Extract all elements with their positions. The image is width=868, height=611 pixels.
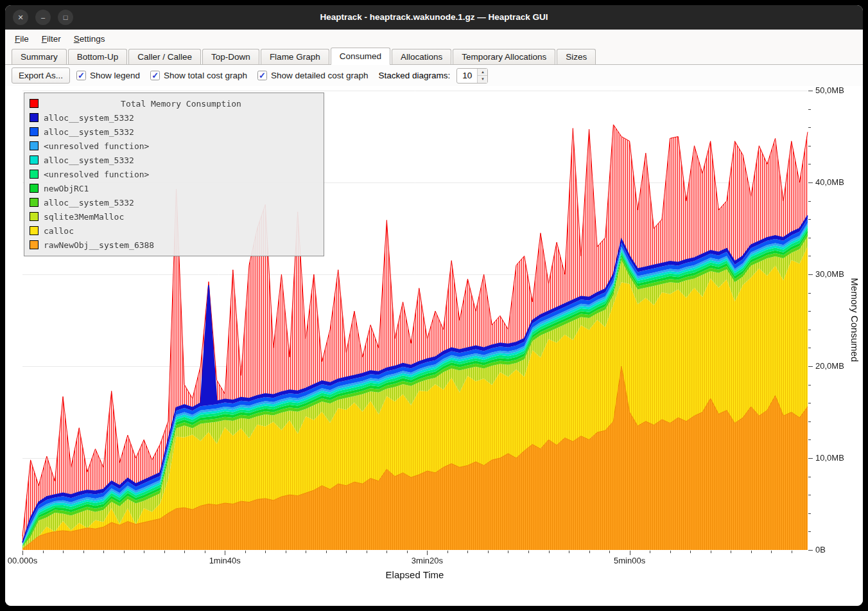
legend-label: alloc__system_5332 (44, 198, 134, 208)
checkbox-mark-icon: ✓ (257, 71, 267, 80)
x-axis-tick-label: 3min20s (412, 556, 443, 565)
toolbar-checkboxes: ✓Show legend✓Show total cost graph✓Show … (76, 71, 369, 80)
spin-buttons: ▲ ▼ (477, 69, 487, 83)
checkbox-label: Show legend (90, 71, 140, 80)
window-close-button[interactable]: ✕ (13, 10, 28, 25)
tab-temporary-allocations[interactable]: Temporary Allocations (453, 49, 555, 65)
legend-swatch (30, 226, 39, 235)
x-axis-tick-label: 1min40s (209, 556, 241, 565)
x-axis-title: Elapsed Time (386, 569, 444, 580)
stacked-diagrams-label: Stacked diagrams: (379, 71, 451, 80)
legend-swatch (30, 184, 39, 193)
toolbar: Export As... ✓Show legend✓Show total cos… (5, 65, 863, 86)
window-minimize-button[interactable]: – (35, 10, 51, 25)
legend-item: alloc__system_5332 (30, 153, 318, 167)
desktop-background: ✕ – □ Heaptrack - heaptrack.wakunode.1.g… (0, 0, 868, 611)
window-controls: ✕ – □ (13, 10, 73, 25)
legend-item: sqlite3MemMalloc (30, 209, 318, 224)
tab-allocations[interactable]: Allocations (392, 49, 451, 65)
legend-item: alloc__system_5332 (30, 125, 318, 139)
y-axis-tick-label: 30,0MB (815, 269, 844, 279)
y-axis-tick-label: 20,0MB (815, 361, 844, 371)
menu-file[interactable]: File (9, 32, 35, 46)
legend-swatch (30, 155, 39, 164)
legend-label: <unresolved function> (44, 170, 149, 179)
legend-label: <unresolved function> (44, 141, 149, 151)
legend-items: alloc__system_5332alloc__system_5332<unr… (30, 111, 318, 252)
checkbox-label: Show detailed cost graph (271, 71, 369, 80)
tab-caller-callee[interactable]: Caller / Callee (128, 49, 201, 65)
legend-title: Total Memory Consumption (44, 99, 318, 109)
spin-up-button[interactable]: ▲ (478, 69, 487, 76)
legend-label: alloc__system_5332 (44, 155, 134, 165)
legend-swatch (30, 141, 39, 150)
y-axis-tick-label: 50,0MB (815, 86, 844, 95)
spin-down-button[interactable]: ▼ (478, 75, 487, 83)
export-as-button[interactable]: Export As... (12, 67, 70, 84)
checkbox-label: Show total cost graph (164, 71, 247, 80)
stacked-diagrams-value: 10 (457, 69, 477, 83)
legend-item: calloc (30, 224, 318, 238)
legend-item: newObjRC1 (30, 181, 318, 195)
legend-item: alloc__system_5332 (30, 195, 318, 209)
legend-swatch (30, 198, 39, 207)
legend-swatch (30, 127, 39, 136)
window-title: Heaptrack - heaptrack.wakunode.1.gz — He… (5, 5, 863, 30)
y-axis-tick-label: 0B (815, 545, 826, 554)
tab-bottom-up[interactable]: Bottom-Up (68, 49, 128, 65)
window-maximize-button[interactable]: □ (58, 10, 73, 25)
legend-swatch (30, 212, 39, 221)
legend-title-row: Total Memory Consumption (30, 96, 318, 111)
chart-region: Total Memory Consumption alloc__system_5… (5, 86, 863, 606)
legend-item: alloc__system_5332 (30, 111, 318, 125)
checkbox-show-total-cost-graph[interactable]: ✓Show total cost graph (150, 71, 247, 80)
title-bar: ✕ – □ Heaptrack - heaptrack.wakunode.1.g… (5, 5, 863, 30)
legend-swatch (30, 113, 39, 122)
checkbox-mark-icon: ✓ (150, 71, 160, 80)
legend-label: alloc__system_5332 (44, 113, 134, 123)
legend-label: rawNewObj__system_6388 (44, 240, 154, 250)
checkbox-mark-icon: ✓ (76, 71, 86, 80)
tab-summary[interactable]: Summary (12, 49, 67, 65)
y-axis-tick-label: 10,0MB (815, 453, 844, 463)
tab-consumed[interactable]: Consumed (331, 48, 390, 65)
legend-swatch (30, 240, 39, 249)
heaptrack-window: ✕ – □ Heaptrack - heaptrack.wakunode.1.g… (5, 5, 863, 606)
tab-sizes[interactable]: Sizes (557, 49, 596, 65)
legend-item: <unresolved function> (30, 139, 318, 153)
legend-label: sqlite3MemMalloc (44, 212, 124, 222)
tab-bar: SummaryBottom-UpCaller / CalleeTop-DownF… (5, 48, 863, 65)
x-axis-tick-label: 5min00s (614, 556, 645, 565)
legend-item: <unresolved function> (30, 167, 318, 181)
menu-settings[interactable]: Settings (68, 32, 111, 46)
legend-title-swatch (30, 99, 39, 108)
checkbox-show-legend[interactable]: ✓Show legend (76, 71, 140, 80)
tab-top-down[interactable]: Top-Down (202, 49, 259, 65)
chart-legend: Total Memory Consumption alloc__system_5… (24, 93, 324, 256)
legend-label: calloc (44, 226, 74, 236)
y-axis-title: Memory Consumed (849, 278, 860, 362)
checkbox-show-detailed-cost-graph[interactable]: ✓Show detailed cost graph (257, 71, 369, 80)
y-axis-tick-label: 40,0MB (815, 177, 844, 187)
stacked-diagrams-spinbox[interactable]: 10 ▲ ▼ (456, 68, 488, 84)
legend-label: alloc__system_5332 (44, 127, 134, 137)
legend-swatch (30, 170, 39, 179)
legend-item: rawNewObj__system_6388 (30, 238, 318, 252)
legend-label: newObjRC1 (44, 184, 89, 193)
tab-flame-graph[interactable]: Flame Graph (261, 49, 329, 65)
menu-filter[interactable]: Filter (36, 32, 67, 46)
menu-bar: FileFilterSettings (5, 30, 863, 48)
x-axis-tick-label: 00.000s (8, 556, 37, 565)
